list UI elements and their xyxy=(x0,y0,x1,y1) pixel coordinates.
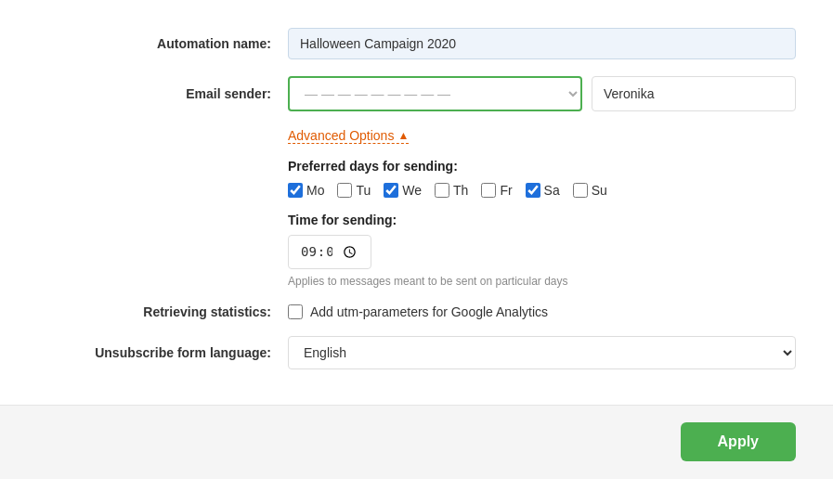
day-su: Su xyxy=(573,183,607,198)
day-mo: Mo xyxy=(288,183,324,198)
day-su-label[interactable]: Su xyxy=(592,183,607,198)
utm-label[interactable]: Add utm-parameters for Google Analytics xyxy=(310,304,548,319)
day-sa: Sa xyxy=(526,183,560,198)
retrieving-stats-label: Retrieving statistics: xyxy=(37,304,288,319)
advanced-options-toggle[interactable]: Advanced Options ▲ xyxy=(288,128,409,144)
utm-row: Add utm-parameters for Google Analytics xyxy=(288,304,548,319)
day-tu-label[interactable]: Tu xyxy=(356,183,371,198)
day-we-checkbox[interactable] xyxy=(384,183,398,198)
language-select[interactable]: English French German Spanish Italian Po… xyxy=(288,336,796,369)
day-fr-checkbox[interactable] xyxy=(481,183,496,198)
time-hint: Applies to messages meant to be sent on … xyxy=(288,275,796,288)
day-sa-label[interactable]: Sa xyxy=(544,183,560,198)
day-tu: Tu xyxy=(337,183,371,198)
day-we: We xyxy=(384,183,422,198)
day-we-label[interactable]: We xyxy=(402,183,422,198)
automation-name-input[interactable] xyxy=(288,28,796,59)
email-sender-label: Email sender: xyxy=(37,86,288,101)
advanced-options-label: Advanced Options xyxy=(288,128,394,143)
time-input[interactable] xyxy=(288,235,371,269)
utm-checkbox[interactable] xyxy=(288,304,303,319)
day-fr-label[interactable]: Fr xyxy=(500,183,512,198)
day-sa-checkbox[interactable] xyxy=(526,183,540,198)
unsubscribe-language-label: Unsubscribe form language: xyxy=(37,345,288,360)
email-sender-select[interactable]: — — — — — — — — — xyxy=(288,76,582,111)
day-tu-checkbox[interactable] xyxy=(337,183,352,198)
sender-name-input[interactable] xyxy=(592,76,796,111)
day-mo-label[interactable]: Mo xyxy=(306,183,324,198)
day-fr: Fr xyxy=(481,183,512,198)
automation-name-label: Automation name: xyxy=(37,36,288,51)
footer: Apply xyxy=(0,405,833,479)
days-row: Mo Tu We Th Fr xyxy=(288,183,796,198)
day-th-label[interactable]: Th xyxy=(453,183,468,198)
day-th: Th xyxy=(435,183,468,198)
preferred-days-label: Preferred days for sending: xyxy=(288,159,796,174)
day-mo-checkbox[interactable] xyxy=(288,183,303,198)
time-label: Time for sending: xyxy=(288,213,796,227)
day-su-checkbox[interactable] xyxy=(573,183,588,198)
caret-up-icon: ▲ xyxy=(397,129,409,142)
day-th-checkbox[interactable] xyxy=(435,183,449,198)
apply-button[interactable]: Apply xyxy=(681,422,796,461)
